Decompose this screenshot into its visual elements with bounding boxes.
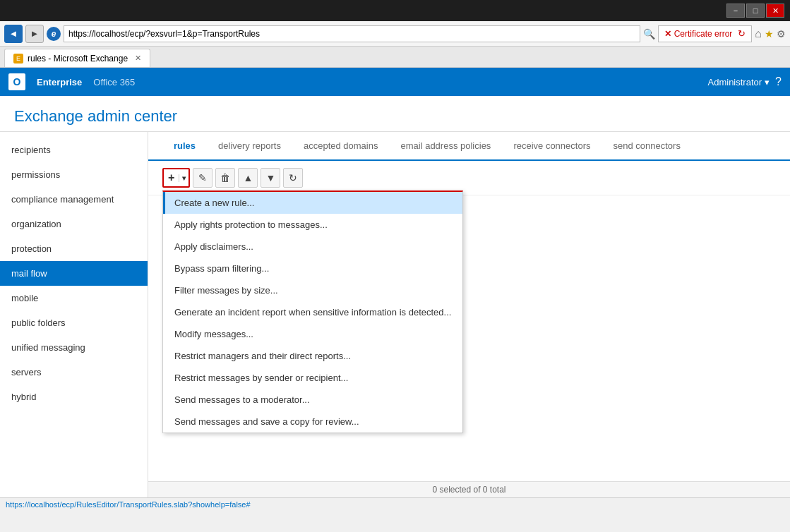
ie-icon: e <box>47 27 61 41</box>
sidebar: recipients permissions compliance manage… <box>0 132 148 497</box>
add-plus-icon: + <box>164 171 179 184</box>
cert-error-badge[interactable]: ✕ Certificate error ↻ <box>658 25 753 42</box>
tab-email-address-policies[interactable]: email address policies <box>389 132 502 159</box>
sidebar-item-protection[interactable]: protection <box>0 236 148 261</box>
delete-button[interactable]: 🗑 <box>215 168 235 188</box>
browser-tab-label: rules - Microsoft Exchange <box>28 54 128 64</box>
move-down-button[interactable]: ▼ <box>261 168 280 188</box>
dropdown-item-filter-size[interactable]: Filter messages by size... <box>163 279 462 301</box>
status-text: 0 selected of 0 total <box>432 485 505 495</box>
status-bar: 0 selected of 0 total <box>148 481 790 497</box>
header-right: Administrator ▾ ? <box>708 75 782 88</box>
delete-icon: 🗑 <box>220 172 230 183</box>
tab-delivery-reports[interactable]: delivery reports <box>207 132 292 159</box>
refresh-button[interactable]: ↻ <box>283 168 303 188</box>
sidebar-item-recipients[interactable]: recipients <box>0 138 148 162</box>
sidebar-item-hybrid[interactable]: hybrid <box>0 385 148 409</box>
minimize-btn[interactable]: − <box>726 4 745 18</box>
main-layout: recipients permissions compliance manage… <box>0 132 790 497</box>
office-icon: O <box>8 73 25 90</box>
sidebar-item-public-folders[interactable]: public folders <box>0 310 148 335</box>
address-bar: ◄ ► e 🔍 ✕ Certificate error ↻ ⌂ ★ ⚙ <box>0 21 790 47</box>
browser-tab-bar: E rules - Microsoft Exchange ✕ <box>0 47 790 68</box>
cert-refresh-icon: ↻ <box>738 28 746 39</box>
move-up-button[interactable]: ▲ <box>238 168 258 188</box>
page-title: Exchange admin center <box>14 107 776 126</box>
dropdown-item-bypass-spam[interactable]: Bypass spam filtering... <box>163 258 462 279</box>
back-btn[interactable]: ◄ <box>4 25 23 43</box>
window-chrome: − □ ✕ <box>0 0 790 21</box>
edit-button[interactable]: ✎ <box>193 168 213 188</box>
sidebar-item-mobile[interactable]: mobile <box>0 286 148 310</box>
address-input[interactable] <box>64 25 640 42</box>
admin-label: Administrator <box>708 77 762 87</box>
sidebar-item-organization[interactable]: organization <box>0 212 148 236</box>
help-button[interactable]: ? <box>775 75 782 88</box>
toolbar: + ▾ ✎ 🗑 ▲ ▼ ↻ Create a new rule... Apply… <box>148 161 790 195</box>
dropdown-item-modify-messages[interactable]: Modify messages... <box>163 323 462 345</box>
office365-label: Office 365 <box>93 77 135 87</box>
admin-button[interactable]: Administrator ▾ <box>708 77 770 87</box>
enterprise-label: Enterprise <box>37 77 82 87</box>
content-area: rules delivery reports accepted domains … <box>148 132 790 497</box>
tab-accepted-domains[interactable]: accepted domains <box>292 132 390 159</box>
add-button[interactable]: + ▾ <box>162 168 190 188</box>
dropdown-item-create-rule[interactable]: Create a new rule... <box>163 192 462 214</box>
close-btn[interactable]: ✕ <box>766 4 784 18</box>
search-icon: 🔍 <box>643 28 655 40</box>
forward-btn[interactable]: ► <box>25 25 44 43</box>
dropdown-item-incident-report[interactable]: Generate an incident report when sensiti… <box>163 301 462 323</box>
settings-icon[interactable]: ⚙ <box>777 28 786 40</box>
up-icon: ▲ <box>243 172 253 183</box>
down-icon: ▼ <box>265 172 275 183</box>
favorites-icon[interactable]: ★ <box>765 28 774 40</box>
dropdown-item-send-moderator[interactable]: Send messages to a moderator... <box>163 389 462 411</box>
tab-send-connectors[interactable]: send connectors <box>602 132 692 159</box>
sidebar-item-compliance-management[interactable]: compliance management <box>0 187 148 212</box>
page-title-bar: Exchange admin center <box>0 96 790 132</box>
edit-icon: ✎ <box>198 172 207 183</box>
add-dropdown-menu: Create a new rule... Apply rights protec… <box>162 191 463 433</box>
cert-x-icon: ✕ <box>664 29 671 39</box>
refresh-icon: ↻ <box>289 172 297 183</box>
home-icon[interactable]: ⌂ <box>755 28 762 40</box>
sidebar-item-servers[interactable]: servers <box>0 360 148 385</box>
dropdown-item-disclaimers[interactable]: Apply disclaimers... <box>163 236 462 258</box>
dropdown-item-send-copy[interactable]: Send messages and save a copy for review… <box>163 411 462 433</box>
url-bar: https://localhost/ecp/RulesEditor/Transp… <box>0 497 790 511</box>
tab-rules[interactable]: rules <box>162 132 207 161</box>
dropdown-item-restrict-sender-recipient[interactable]: Restrict messages by sender or recipient… <box>163 367 462 389</box>
tab-close-icon[interactable]: ✕ <box>135 54 141 63</box>
add-chevron-icon[interactable]: ▾ <box>179 174 188 182</box>
sidebar-item-mail-flow[interactable]: mail flow <box>0 261 148 286</box>
dropdown-item-rights-protection[interactable]: Apply rights protection to messages... <box>163 214 462 236</box>
tab-receive-connectors[interactable]: receive connectors <box>502 132 602 159</box>
app-header: O Enterprise Office 365 Administrator ▾ … <box>0 68 790 96</box>
maximize-btn[interactable]: □ <box>746 4 765 18</box>
tab-navigation: rules delivery reports accepted domains … <box>148 132 790 161</box>
cert-error-text: Certificate error <box>674 29 733 39</box>
browser-tab[interactable]: E rules - Microsoft Exchange ✕ <box>4 49 150 67</box>
url-text: https://localhost/ecp/RulesEditor/Transp… <box>6 500 251 509</box>
admin-chevron-icon: ▾ <box>765 77 770 87</box>
window-controls[interactable]: − □ ✕ <box>726 4 784 18</box>
sidebar-item-permissions[interactable]: permissions <box>0 162 148 187</box>
dropdown-item-restrict-managers[interactable]: Restrict managers and their direct repor… <box>163 345 462 367</box>
sidebar-item-unified-messaging[interactable]: unified messaging <box>0 335 148 360</box>
tab-favicon: E <box>13 54 23 64</box>
